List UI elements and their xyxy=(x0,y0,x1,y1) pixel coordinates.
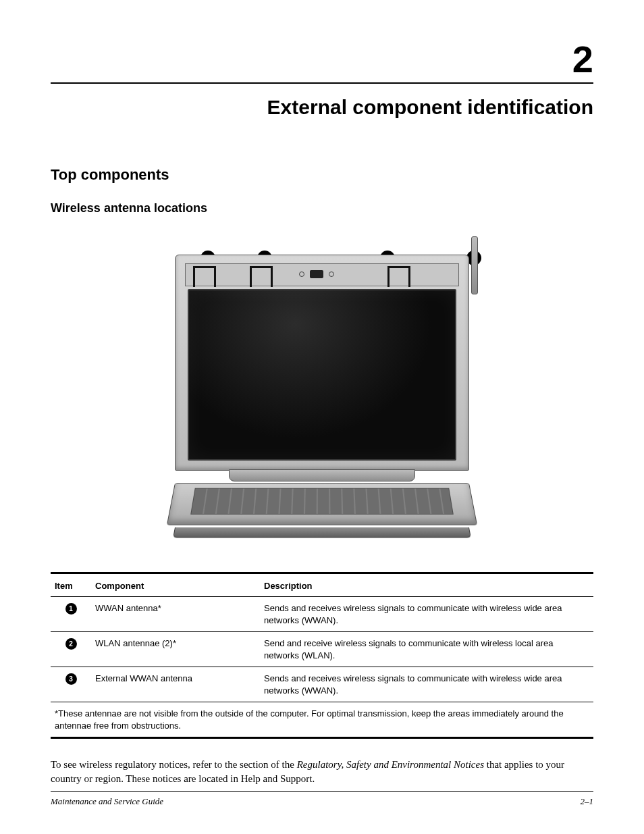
antenna-bracket-icon xyxy=(387,266,410,285)
antenna-bracket-icon xyxy=(193,266,216,285)
laptop-illustration xyxy=(175,255,469,540)
table-footnote-row: *These antennae are not visible from the… xyxy=(51,702,593,738)
body-text-pre: To see wireless regulatory notices, refe… xyxy=(51,759,297,770)
front-edge xyxy=(173,527,471,538)
page-footer: Maintenance and Service Guide 2–1 xyxy=(51,791,593,807)
body-text-italic: Regulatory, Safety and Environmental Not… xyxy=(297,759,484,770)
antenna-bracket-icon xyxy=(250,266,273,285)
chapter-rule xyxy=(51,82,593,84)
table-header-item: Item xyxy=(51,573,91,597)
laptop-figure: 1 2 2 3 xyxy=(167,234,477,545)
body-paragraph: To see wireless regulatory notices, refe… xyxy=(51,758,593,785)
description-cell: Send and receive wireless signals to com… xyxy=(260,632,593,667)
sensor-icon xyxy=(299,271,304,277)
component-cell: WLAN antennae (2)* xyxy=(91,632,260,667)
section-heading-top-components: Top components xyxy=(51,166,593,184)
section-heading-wireless-antenna: Wireless antenna locations xyxy=(51,201,593,215)
sensor-icon xyxy=(329,271,334,277)
item-badge: 2 xyxy=(65,638,77,650)
description-cell: Sends and receives wireless signals to c… xyxy=(260,667,593,702)
figure-container: 1 2 2 3 xyxy=(51,234,593,545)
table-header-description: Description xyxy=(260,573,593,597)
footer-page-number: 2–1 xyxy=(581,796,594,807)
component-cell: External WWAN antenna xyxy=(91,667,260,702)
footer-title: Maintenance and Service Guide xyxy=(51,796,163,807)
external-antenna-icon xyxy=(471,236,478,294)
chapter-number: 2 xyxy=(51,41,593,78)
webcam-icon xyxy=(310,270,323,278)
table-row: 3 External WWAN antenna Sends and receiv… xyxy=(51,667,593,702)
chapter-title: External component identification xyxy=(51,96,593,119)
table-row: 2 WLAN antennae (2)* Send and receive wi… xyxy=(51,632,593,667)
components-table: Item Component Description 1 WWAN antenn… xyxy=(51,572,593,739)
item-badge: 3 xyxy=(65,673,77,685)
keyboard-deck xyxy=(167,483,477,525)
keyboard-keys xyxy=(190,488,454,515)
table-footnote: *These antennae are not visible from the… xyxy=(51,702,593,738)
table-header-component: Component xyxy=(91,573,260,597)
component-cell: WWAN antenna* xyxy=(91,597,260,632)
table-row: 1 WWAN antenna* Sends and receives wirel… xyxy=(51,597,593,632)
item-badge: 1 xyxy=(65,603,77,615)
hinge xyxy=(229,469,415,481)
display-panel xyxy=(188,289,456,461)
description-cell: Sends and receives wireless signals to c… xyxy=(260,597,593,632)
